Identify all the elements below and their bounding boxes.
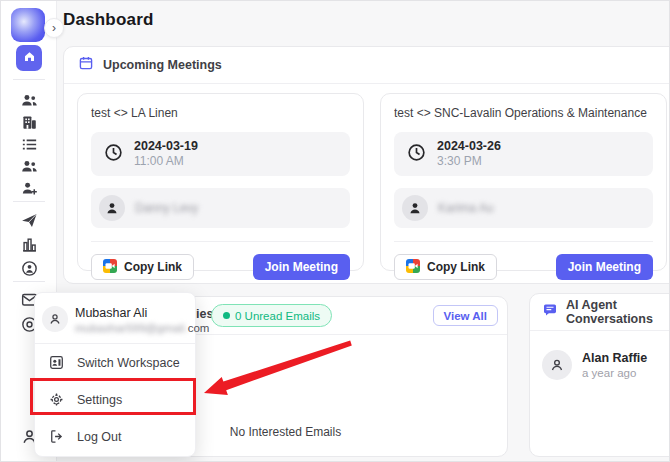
clock-icon [103,142,124,167]
copy-link-label: Copy Link [124,260,182,274]
card-divider [394,241,653,242]
attendee-avatar [402,195,428,221]
upcoming-meetings-panel: Upcoming Meetings test <> LA Linen 2024-… [63,46,670,284]
user-avatar [42,306,68,332]
upcoming-meetings-title: Upcoming Meetings [103,58,222,72]
user-name: Mubashar Ali [75,306,209,321]
annotation-highlight-box [30,378,196,415]
switch-workspace-icon [48,354,65,371]
user-email: mubashar599@gmail.com [75,321,209,336]
contacts-icon[interactable] [20,91,39,110]
switch-workspace-label: Switch Workspace [77,356,180,370]
attendee-name-redacted: Danny Levy [135,201,198,215]
sidebar-collapse-button[interactable]: › [44,18,64,38]
menu-item-switch-workspace[interactable]: Switch Workspace [35,344,195,381]
ai-conversations-title: AI Agent Conversations [566,298,668,326]
analytics-icon[interactable] [20,235,39,254]
join-meeting-button[interactable]: Join Meeting [556,254,653,280]
sidebar-divider [13,201,45,202]
view-all-button[interactable]: View All [433,305,498,326]
send-icon[interactable] [20,211,39,230]
meeting-time-box: 2024-03-26 3:30 PM [394,132,653,176]
logout-label: Log Out [77,430,121,444]
calendar-icon [78,55,94,75]
meeting-hour: 11:00 AM [134,154,198,169]
annotation-arrow [196,329,356,399]
unread-emails-badge: 0 Unread Emails [211,304,332,327]
list-icon[interactable] [20,135,39,154]
copy-link-button[interactable]: Copy Link [91,254,194,280]
logout-icon [48,428,65,445]
copy-link-button[interactable]: Copy Link [394,254,497,280]
app-logo [11,8,45,42]
meeting-date: 2024-03-19 [134,139,198,154]
sidebar-divider [13,281,45,282]
meeting-hour: 3:30 PM [437,154,501,169]
meeting-time-box: 2024-03-19 11:00 AM [91,132,350,176]
unread-emails-label: 0 Unread Emails [235,310,320,322]
copy-link-label: Copy Link [427,260,485,274]
meeting-title: test <> LA Linen [91,106,350,124]
meeting-card: test <> LA Linen 2024-03-19 11:00 AM Dan… [77,93,364,271]
sidebar-divider [13,79,45,80]
team-icon[interactable] [20,157,39,176]
join-meeting-button[interactable]: Join Meeting [253,254,350,280]
card-divider [91,241,350,242]
google-meet-icon [406,259,420,276]
meeting-attendee-box: Karima Au [394,188,653,228]
support-icon[interactable] [20,259,39,278]
meeting-date: 2024-03-26 [437,139,501,154]
chat-icon [542,302,558,322]
menu-item-logout[interactable]: Log Out [35,418,195,455]
conversation-name: Alan Raffie [582,350,647,366]
conversation-avatar [542,350,572,380]
attendee-name-redacted: Karima Au [438,201,493,215]
clock-icon [406,142,427,167]
conversation-list-item[interactable]: Alan Raffie a year ago [542,350,647,380]
meeting-title: test <> SNC-Lavalin Operations & Mainten… [394,106,653,124]
meeting-attendee-box: Danny Levy [91,188,350,228]
ai-conversations-panel: AI Agent Conversations Alan Raffie a yea… [529,293,670,457]
add-user-icon[interactable] [20,179,39,198]
meeting-card: test <> SNC-Lavalin Operations & Mainten… [380,93,667,271]
conversation-timestamp: a year ago [582,366,647,380]
user-email-redacted: mubashar599@gmail. [75,322,188,334]
user-menu: Mubashar Ali mubashar599@gmail.com Switc… [34,292,196,457]
home-icon [22,49,37,68]
user-menu-profile: Mubashar Ali mubashar599@gmail.com [42,306,209,336]
google-meet-icon [103,259,117,276]
app-window: › Dashboard Upcoming Meetings test <> LA… [0,0,670,462]
ai-conversations-header: AI Agent Conversations [530,294,670,331]
company-icon[interactable] [20,113,39,132]
sidebar-item-dashboard[interactable] [16,45,42,71]
status-dot-icon [223,312,230,319]
upcoming-meetings-header: Upcoming Meetings [64,47,670,84]
page-title: Dashboard [63,10,154,30]
attendee-avatar [99,195,125,221]
